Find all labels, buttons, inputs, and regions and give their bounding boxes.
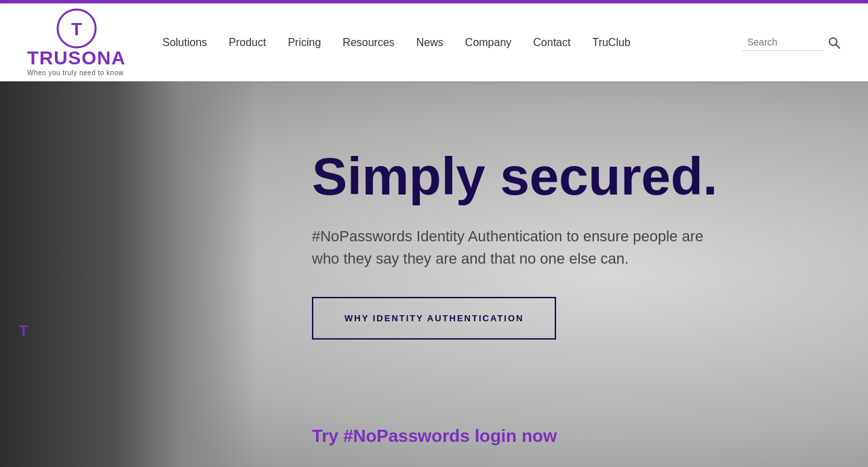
cta-why-button[interactable]: WHY IDENTITY AUTHENTICATION	[312, 297, 556, 340]
search-area	[742, 34, 841, 51]
logo-link[interactable]: T TRUSONA When you truly need to know	[27, 8, 125, 77]
search-icon	[827, 36, 841, 49]
logo-tagline: When you truly need to know	[27, 69, 125, 77]
logo-tru: TRU	[27, 47, 68, 68]
header: T TRUSONA When you truly need to know So…	[0, 3, 868, 81]
suit-logo-icon: T	[19, 322, 28, 340]
nav-news[interactable]: News	[407, 31, 453, 54]
search-button[interactable]	[827, 36, 841, 49]
nav-contact[interactable]: Contact	[524, 31, 580, 54]
hero-man-silhouette	[0, 81, 258, 467]
try-nopasswords-link[interactable]: Try #NoPasswords login now	[312, 426, 557, 447]
hero-section: T Simply secured. #NoPasswords Identity …	[0, 81, 868, 467]
logo-sona: SONA	[68, 47, 126, 68]
svg-text:T: T	[71, 19, 82, 39]
logo-wordmark: TRUSONA When you truly need to know	[27, 49, 125, 77]
trusona-logo-icon: T	[56, 8, 97, 49]
main-nav: Solutions Product Pricing Resources News…	[153, 31, 742, 54]
nav-pricing[interactable]: Pricing	[278, 31, 330, 54]
nav-company[interactable]: Company	[456, 31, 521, 54]
nav-resources[interactable]: Resources	[333, 31, 403, 54]
svg-line-3	[836, 44, 840, 48]
nav-solutions[interactable]: Solutions	[153, 31, 216, 54]
hero-title: Simply secured.	[312, 149, 773, 205]
nav-truclub[interactable]: TruClub	[583, 31, 639, 54]
hero-content: Simply secured. #NoPasswords Identity Au…	[312, 149, 773, 340]
search-input[interactable]	[742, 34, 823, 51]
nav-product[interactable]: Product	[219, 31, 275, 54]
hero-subtitle: #NoPasswords Identity Authentication to …	[312, 225, 705, 270]
